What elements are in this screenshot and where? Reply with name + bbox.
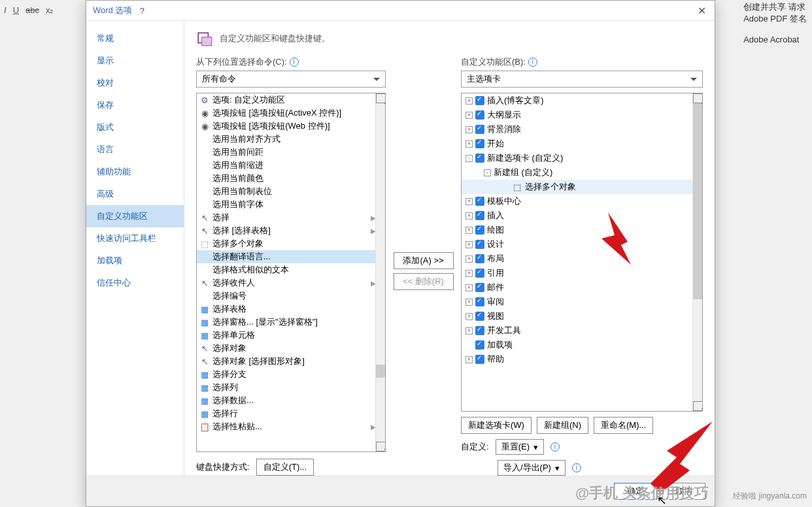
strike-icon[interactable]: abc [25,5,39,15]
command-item[interactable]: ↖选择对象 [选择图形对象] [197,355,385,368]
command-item[interactable]: ▦选择表格 [197,303,385,316]
info-icon[interactable]: i [528,57,537,67]
scrollbar[interactable]: ▲ ▼ [375,93,385,451]
command-item[interactable]: 选用当前间距 [197,146,385,159]
command-item[interactable]: ↖选择对象 [197,342,385,355]
expand-icon[interactable]: + [465,327,473,335]
tree-item[interactable]: ⬚选择多个对象 [462,180,702,194]
tree-item[interactable]: 加载项 [462,338,702,352]
command-item[interactable]: ▦选择窗格... [显示"选择窗格"] [197,316,385,329]
tree-item[interactable]: +开发工具 [462,323,702,338]
checkbox-icon[interactable] [475,326,484,335]
command-item[interactable]: ▦选择列 [197,381,385,394]
checkbox-icon[interactable] [475,225,484,235]
checkbox-icon[interactable] [475,312,484,321]
checkbox-icon[interactable] [475,340,484,350]
command-item[interactable]: ▦选择行 [197,407,385,420]
collapse-icon[interactable]: - [465,155,473,162]
checkbox-icon[interactable] [475,211,484,220]
checkbox-icon[interactable] [475,110,484,120]
collapse-icon[interactable]: - [484,169,491,176]
tree-item[interactable]: +布局 [462,252,702,266]
command-item[interactable]: ◉选项按钮 [选项按钮(Web 控件)] [197,120,385,133]
command-item[interactable]: ↖选择 [选择表格]▶ [197,224,385,237]
checkbox-icon[interactable] [475,355,484,364]
commands-from-dropdown[interactable]: 所有命令 [196,71,386,88]
checkbox-icon[interactable] [475,269,484,278]
tree-item[interactable]: +插入(博客文章) [462,93,702,108]
info-icon[interactable]: i [290,57,299,67]
expand-icon[interactable]: + [465,198,473,205]
ribbon-tree[interactable]: +插入(博客文章)+大纲显示+背景消除+开始-新建选项卡 (自定义)-新建组 (… [461,93,703,412]
command-item[interactable]: ◉选项按钮 [选项按钮(ActiveX 控件)] [197,106,385,120]
info-icon[interactable]: i [550,442,560,451]
italic-icon[interactable]: I [4,5,7,15]
import-export-dropdown[interactable]: 导入/导出(P)▾ [498,460,566,476]
info-icon[interactable]: i [572,463,581,472]
sidenav-item-10[interactable]: 加载项 [86,250,184,272]
tree-item[interactable]: +大纲显示 [462,108,702,122]
scroll-up-icon[interactable]: ▲ [693,93,703,103]
expand-icon[interactable]: + [465,112,473,119]
expand-icon[interactable]: + [465,140,473,148]
command-item[interactable]: 选择编号 [197,289,385,303]
sidenav-item-5[interactable]: 语言 [86,139,184,161]
checkbox-icon[interactable] [475,240,484,249]
tree-item[interactable]: -新建选项卡 (自定义) [462,151,702,165]
reset-dropdown[interactable]: 重置(E)▾ [496,439,544,455]
expand-icon[interactable]: + [465,212,473,220]
expand-icon[interactable]: + [465,241,473,248]
sidenav-item-2[interactable]: 校对 [86,72,184,94]
expand-icon[interactable]: + [465,270,473,277]
expand-icon[interactable]: + [465,255,473,263]
underline-icon[interactable]: U [13,5,19,15]
command-item[interactable]: 选用当前对齐方式 [197,133,385,146]
expand-icon[interactable]: + [465,356,473,363]
scrollbar[interactable]: ▲ ▼ [692,93,702,411]
checkbox-icon[interactable] [475,96,484,105]
sidenav-item-4[interactable]: 版式 [86,116,184,139]
sidenav-item-6[interactable]: 辅助功能 [86,161,184,183]
scroll-down-icon[interactable]: ▼ [693,401,703,411]
rename-button[interactable]: 重命名(M)... [594,417,653,434]
tree-item[interactable]: +绘图 [462,223,702,237]
tree-item[interactable]: +设计 [462,237,702,252]
tree-item[interactable]: +引用 [462,266,702,280]
expand-icon[interactable]: + [465,313,473,320]
command-item[interactable]: 选用当前颜色 [197,172,385,185]
command-item[interactable]: ⬚选择多个对象 [197,237,385,250]
command-item[interactable]: 📋选择性粘贴...▶ [197,420,385,433]
remove-button[interactable]: << 删除(R) [394,273,454,290]
sidenav-item-8[interactable]: 自定义功能区 [86,205,184,227]
sidenav-item-9[interactable]: 快速访问工具栏 [86,227,184,250]
scroll-down-icon[interactable]: ▼ [376,442,386,451]
keyboard-customize-button[interactable]: 自定义(T)... [256,459,314,476]
expand-icon[interactable]: + [465,284,473,291]
checkbox-icon[interactable] [475,154,484,163]
command-item[interactable]: ↖选择▶ [197,211,385,224]
command-item[interactable]: 选择翻译语言... [197,250,385,263]
command-item[interactable]: 选用当前缩进 [197,159,385,172]
sidenav-item-7[interactable]: 高级 [86,183,184,205]
command-item[interactable]: 选用当前制表位 [197,185,385,198]
new-tab-button[interactable]: 新建选项卡(W) [461,417,532,434]
subscript-icon[interactable]: x₂ [46,5,54,15]
ribbon-dropdown[interactable]: 主选项卡 [461,71,703,88]
command-item[interactable]: 选用当前字体 [197,198,385,211]
command-item[interactable]: ▦选择单元格 [197,329,385,342]
tree-item[interactable]: +视图 [462,309,702,323]
checkbox-icon[interactable] [475,139,484,148]
tree-item[interactable]: +模板中心 [462,194,702,208]
tree-item[interactable]: +插入 [462,208,702,223]
checkbox-icon[interactable] [475,254,484,263]
help-icon[interactable]: ? [132,6,152,16]
tree-item[interactable]: +开始 [462,137,702,151]
expand-icon[interactable]: + [465,126,473,133]
command-item[interactable]: ⚙选项: 自定义功能区 [197,93,385,106]
add-button[interactable]: 添加(A) >> [394,252,454,269]
expand-icon[interactable]: + [465,299,473,306]
tree-item[interactable]: +帮助 [462,352,702,367]
expand-icon[interactable]: + [465,97,473,105]
close-icon[interactable]: ✕ [688,5,715,17]
command-item[interactable]: ↖选择收件人▶ [197,276,385,289]
